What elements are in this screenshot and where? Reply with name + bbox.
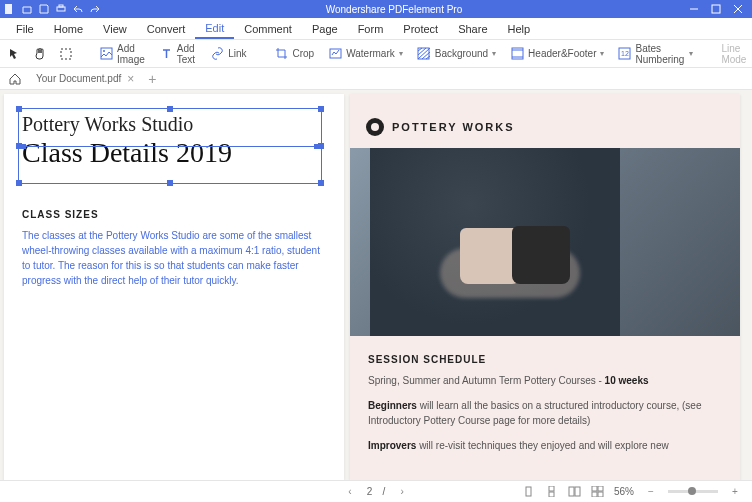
menu-share[interactable]: Share (448, 20, 497, 38)
chevron-down-icon: ▾ (600, 49, 604, 58)
text-selection-box[interactable] (18, 108, 322, 184)
document-tab-label: Your Document.pdf (36, 73, 121, 84)
menu-protect[interactable]: Protect (393, 20, 448, 38)
two-page-view-icon[interactable] (568, 485, 581, 498)
window-controls (688, 3, 748, 15)
resize-handle[interactable] (318, 180, 324, 186)
menu-form[interactable]: Form (348, 20, 394, 38)
edit-select-icon[interactable] (60, 47, 72, 61)
svg-rect-1 (57, 7, 65, 11)
image-icon (100, 47, 113, 61)
link-icon (210, 47, 224, 61)
resize-handle[interactable] (167, 180, 173, 186)
resize-handle[interactable] (318, 106, 324, 112)
resize-handle[interactable] (16, 180, 22, 186)
document-page-right[interactable]: POTTERY WORKS SESSION SCHEDULE Spring, S… (350, 94, 740, 480)
resize-handle[interactable] (21, 144, 26, 149)
add-image-button[interactable]: Add Image (100, 43, 146, 65)
background-label: Background (435, 48, 488, 59)
header-footer-icon (510, 47, 524, 61)
titlebar: Wondershare PDFelement Pro (0, 0, 752, 18)
edit-toolbar: Add Image Add Text Link Crop Watermark▾ … (0, 40, 752, 68)
menu-help[interactable]: Help (498, 20, 541, 38)
svg-rect-15 (526, 487, 531, 496)
minimize-button[interactable] (688, 3, 700, 15)
print-icon[interactable] (55, 4, 66, 15)
svg-rect-17 (549, 492, 554, 497)
save-icon[interactable] (38, 4, 49, 15)
zoom-out-button[interactable]: − (644, 485, 658, 499)
undo-icon[interactable] (72, 4, 83, 15)
right-body[interactable]: SESSION SCHEDULE Spring, Summer and Autu… (350, 336, 740, 479)
document-tabbar: Your Document.pdf × + (0, 68, 752, 90)
svg-rect-4 (712, 5, 720, 13)
body-text[interactable]: The classes at the Pottery Works Studio … (22, 228, 326, 288)
app-title: Wondershare PDFelement Pro (100, 4, 688, 15)
document-tab[interactable]: Your Document.pdf × (30, 70, 140, 88)
zoom-slider[interactable] (668, 490, 718, 493)
section-heading[interactable]: CLASS SIZES (22, 209, 326, 220)
open-icon[interactable] (21, 4, 32, 15)
link-label: Link (228, 48, 246, 59)
body-paragraph: Improvers will re-visit techniques they … (368, 438, 722, 453)
menu-comment[interactable]: Comment (234, 20, 302, 38)
link-button[interactable]: Link (210, 47, 246, 61)
watermark-button[interactable]: Watermark▾ (328, 47, 403, 61)
resize-handle[interactable] (314, 144, 319, 149)
add-tab-button[interactable]: + (148, 71, 156, 87)
resize-handle[interactable] (167, 106, 173, 112)
svg-rect-22 (592, 492, 597, 497)
svg-rect-16 (549, 486, 554, 491)
select-arrow-icon[interactable] (8, 47, 20, 61)
chevron-down-icon: ▾ (492, 49, 496, 58)
header-footer-label: Header&Footer (528, 48, 596, 59)
maximize-button[interactable] (710, 3, 722, 15)
continuous-view-icon[interactable] (545, 485, 558, 498)
brand-name: POTTERY WORKS (392, 121, 515, 133)
add-text-label: Add Text (177, 43, 196, 65)
menu-view[interactable]: View (93, 20, 137, 38)
text-icon (160, 47, 173, 61)
single-page-view-icon[interactable] (522, 485, 535, 498)
add-text-button[interactable]: Add Text (160, 43, 196, 65)
menu-file[interactable]: File (6, 20, 44, 38)
page-navigator: ‹ 2 / › (343, 485, 409, 499)
zoom-slider-thumb[interactable] (688, 487, 696, 495)
hero-photo (350, 148, 740, 336)
resize-handle[interactable] (16, 106, 22, 112)
prev-page-button[interactable]: ‹ (343, 485, 357, 499)
page-current[interactable]: 2 (367, 486, 373, 497)
brand-logo-icon (366, 118, 384, 136)
zoom-in-button[interactable]: + (728, 485, 742, 499)
watermark-icon (328, 47, 342, 61)
close-tab-icon[interactable]: × (127, 72, 134, 86)
menu-page[interactable]: Page (302, 20, 348, 38)
header-footer-button[interactable]: Header&Footer▾ (510, 47, 604, 61)
close-button[interactable] (732, 3, 744, 15)
zoom-value[interactable]: 56% (614, 486, 634, 497)
menu-edit[interactable]: Edit (195, 19, 234, 39)
body-paragraph: Beginners will learn all the basics on a… (368, 398, 722, 428)
menu-home[interactable]: Home (44, 20, 93, 38)
brand-header: POTTERY WORKS (350, 94, 740, 148)
svg-rect-2 (59, 5, 63, 7)
document-workspace[interactable]: Pottery Works Studio Class Details 2019 … (0, 90, 752, 480)
bates-icon: 12 (618, 47, 631, 61)
background-button[interactable]: Background▾ (417, 47, 496, 61)
redo-icon[interactable] (89, 4, 100, 15)
document-page-left[interactable]: Pottery Works Studio Class Details 2019 … (4, 94, 344, 480)
bates-button[interactable]: 12Bates Numbering▾ (618, 43, 693, 65)
crop-button[interactable]: Crop (275, 47, 315, 61)
next-page-button[interactable]: › (395, 485, 409, 499)
hand-icon[interactable] (34, 47, 46, 61)
section-heading: SESSION SCHEDULE (368, 352, 722, 367)
svg-rect-5 (61, 49, 71, 59)
menu-convert[interactable]: Convert (137, 20, 196, 38)
two-page-continuous-icon[interactable] (591, 485, 604, 498)
svg-rect-0 (5, 4, 12, 14)
bates-label: Bates Numbering (635, 43, 685, 65)
line-mode-button[interactable]: Line Mode (721, 43, 746, 65)
crop-icon (275, 47, 289, 61)
home-tab-icon[interactable] (8, 72, 22, 86)
quick-access-toolbar (4, 4, 100, 15)
